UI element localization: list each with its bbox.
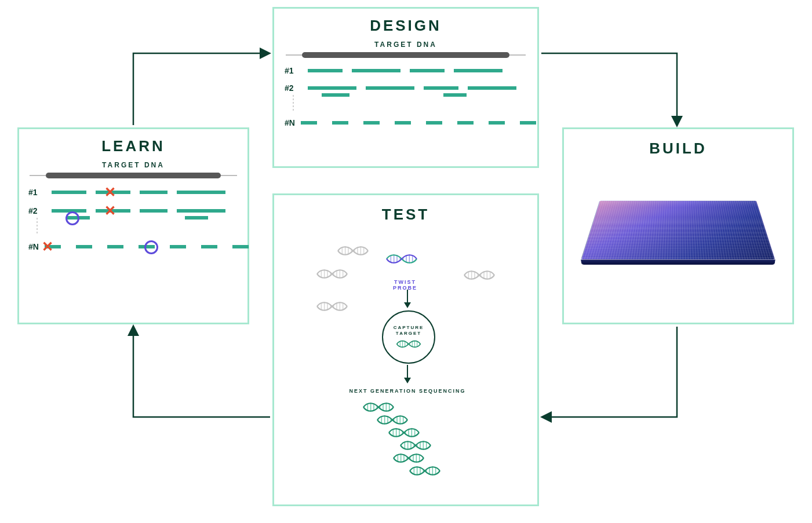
test-box: TEST TWIST PROBE CAPTURE T xyxy=(272,193,539,506)
learn-row-1-label: #1 xyxy=(28,188,46,197)
learn-box: LEARN TARGET DNA #1 ✕ #2 ✕ xyxy=(17,127,249,324)
dna-segment xyxy=(52,191,86,194)
helix-icon xyxy=(392,452,425,465)
dna-segment xyxy=(140,191,168,194)
dna-segment xyxy=(426,121,442,125)
dna-segment xyxy=(352,69,400,72)
dna-segment xyxy=(76,245,92,248)
twist-probe-icon xyxy=(385,253,418,265)
dna-segment xyxy=(308,86,356,90)
dna-segment xyxy=(395,121,411,125)
dna-segment xyxy=(366,86,414,90)
dna-segment xyxy=(489,121,505,125)
arrow-down-icon xyxy=(403,290,412,309)
arrow-build-to-test xyxy=(542,327,677,417)
x-mark-icon: ✕ xyxy=(104,184,116,201)
arrow-design-to-build xyxy=(541,53,677,125)
svg-marker-63 xyxy=(404,378,411,383)
design-title: DESIGN xyxy=(285,17,527,35)
helix-icon xyxy=(399,439,432,452)
arrow-learn-to-design xyxy=(133,53,269,125)
design-row-n-label: #N xyxy=(285,118,295,127)
target-dna-bar xyxy=(46,173,221,178)
x-mark-icon: ✕ xyxy=(42,239,53,255)
target-dna-bar xyxy=(302,52,509,58)
dna-segment xyxy=(177,191,225,194)
twist-probe-label: TWIST PROBE xyxy=(381,279,429,291)
dna-segment xyxy=(140,209,168,213)
dna-segment xyxy=(520,121,536,125)
dna-segment xyxy=(410,69,445,72)
design-subtitle: TARGET DNA xyxy=(285,41,527,49)
dna-segment xyxy=(107,245,123,248)
learn-subtitle: TARGET DNA xyxy=(28,161,238,169)
ngs-label: NEXT GENERATION SEQUENCING xyxy=(332,388,483,394)
learn-row-2-label: #2 xyxy=(28,206,46,215)
svg-marker-51 xyxy=(404,302,411,308)
dna-segment xyxy=(443,93,467,97)
helix-icon xyxy=(316,300,348,313)
design-row-1-label: #1 xyxy=(285,66,302,75)
dna-segment xyxy=(308,69,343,72)
learn-row-n: #N ✕ xyxy=(28,242,238,251)
capture-target-label: CAPTURE TARGET xyxy=(394,325,424,336)
design-box: DESIGN TARGET DNA #1 #2 xyxy=(272,7,539,168)
design-row-2: #2 xyxy=(285,83,527,93)
dna-chip-icon xyxy=(581,201,775,260)
x-mark-icon: ✕ xyxy=(104,203,116,220)
learn-title: LEARN xyxy=(28,137,238,155)
learn-row-n-label: #N xyxy=(28,242,39,251)
helix-icon xyxy=(388,426,420,439)
dna-segment xyxy=(301,121,317,125)
helix-icon xyxy=(409,465,441,477)
test-title: TEST xyxy=(274,206,537,224)
design-row-n: #N xyxy=(285,118,527,127)
dot-divider xyxy=(37,218,38,233)
helix-icon xyxy=(316,268,348,280)
helix-icon xyxy=(362,401,395,414)
build-box: BUILD xyxy=(562,127,794,324)
dna-segment xyxy=(424,86,458,90)
circle-mark-icon xyxy=(144,240,158,254)
helix-icon xyxy=(463,269,496,281)
dna-segment xyxy=(454,69,503,72)
circle-mark-icon xyxy=(65,211,79,225)
dna-segment xyxy=(201,245,217,248)
helix-icon xyxy=(376,414,409,426)
helix-icon xyxy=(396,339,421,349)
arrow-down-icon xyxy=(403,365,412,385)
build-title: BUILD xyxy=(572,140,784,158)
dna-segment xyxy=(332,121,348,125)
helix-icon xyxy=(337,244,369,257)
dna-segment xyxy=(185,216,208,220)
dna-segment xyxy=(363,121,380,125)
dna-segment xyxy=(457,121,474,125)
arrow-test-to-learn xyxy=(133,327,270,417)
dna-segment xyxy=(177,209,225,213)
dna-segment xyxy=(468,86,516,90)
design-row-2-label: #2 xyxy=(285,83,302,93)
dna-segment xyxy=(170,245,186,248)
dna-segment xyxy=(322,93,349,97)
dna-segment xyxy=(232,245,249,248)
diagram-canvas: DESIGN TARGET DNA #1 #2 xyxy=(0,0,812,523)
learn-row-1: #1 ✕ xyxy=(28,188,238,197)
learn-row-2: #2 ✕ xyxy=(28,206,238,215)
design-row-1: #1 xyxy=(285,66,527,75)
capture-target-circle: CAPTURE TARGET xyxy=(382,310,435,364)
dot-divider xyxy=(293,95,294,110)
